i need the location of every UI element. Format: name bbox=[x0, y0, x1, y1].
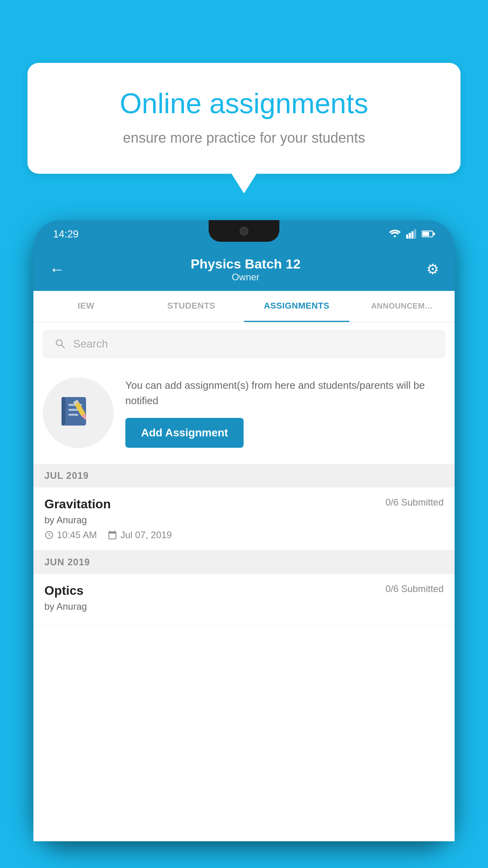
speech-bubble: Online assignments ensure more practice … bbox=[28, 63, 460, 174]
tab-students[interactable]: STUDENTS bbox=[139, 291, 244, 322]
svg-rect-0 bbox=[406, 234, 408, 239]
assignment-by: by Anurag bbox=[44, 515, 444, 526]
bubble-subtitle: ensure more practice for your students bbox=[59, 130, 429, 146]
empty-icon-circle bbox=[43, 377, 114, 448]
search-placeholder: Search bbox=[73, 338, 108, 350]
tab-assignments[interactable]: ASSIGNMENTS bbox=[244, 291, 349, 322]
signal-icon bbox=[406, 229, 417, 239]
svg-rect-3 bbox=[414, 229, 416, 239]
search-bar[interactable]: Search bbox=[43, 330, 445, 358]
assignment-submitted: 0/6 Submitted bbox=[385, 497, 444, 508]
section-header-jun: JUN 2019 bbox=[33, 550, 455, 574]
assignment-header: Gravitation 0/6 Submitted bbox=[44, 497, 444, 511]
svg-rect-2 bbox=[411, 231, 413, 239]
back-button[interactable]: ← bbox=[49, 261, 65, 278]
assignment-item-optics[interactable]: Optics 0/6 Submitted by Anurag bbox=[33, 574, 455, 626]
wifi-icon bbox=[389, 229, 401, 239]
phone-container: 14:29 bbox=[33, 220, 455, 868]
phone-frame: 14:29 bbox=[33, 220, 455, 841]
notebook-icon bbox=[59, 393, 98, 432]
assignment-time: 10:45 AM bbox=[57, 530, 97, 541]
screen-content: Search bbox=[33, 322, 455, 841]
assignment-by-optics: by Anurag bbox=[44, 601, 444, 612]
svg-rect-11 bbox=[68, 414, 78, 416]
search-bar-container: Search bbox=[33, 322, 455, 366]
assignment-item-gravitation[interactable]: Gravitation 0/6 Submitted by Anurag 10:4… bbox=[33, 487, 455, 550]
assignment-date: Jul 07, 2019 bbox=[120, 530, 172, 541]
svg-rect-1 bbox=[409, 233, 411, 239]
calendar-icon bbox=[108, 530, 117, 540]
bubble-title: Online assignments bbox=[59, 86, 429, 120]
phone-notch bbox=[209, 220, 279, 242]
search-icon bbox=[54, 338, 67, 350]
status-icons bbox=[389, 229, 435, 239]
assignment-name: Gravitation bbox=[44, 497, 111, 511]
settings-button[interactable]: ⚙ bbox=[426, 261, 439, 278]
assignment-meta: 10:45 AM Jul 07, 2019 bbox=[44, 530, 444, 541]
empty-state: You can add assignment(s) from here and … bbox=[33, 366, 455, 464]
section-header-jul: JUL 2019 bbox=[33, 464, 455, 487]
svg-rect-6 bbox=[433, 233, 435, 235]
svg-rect-5 bbox=[422, 232, 429, 236]
meta-date: Jul 07, 2019 bbox=[108, 530, 172, 541]
assignment-header-optics: Optics 0/6 Submitted bbox=[44, 583, 444, 598]
clock-icon bbox=[44, 530, 54, 540]
app-bar-title: Physics Batch 12 bbox=[65, 256, 426, 272]
empty-state-desc: You can add assignment(s) from here and … bbox=[125, 378, 445, 408]
app-bar-title-area: Physics Batch 12 Owner bbox=[65, 256, 426, 283]
status-bar: 14:29 bbox=[33, 220, 455, 248]
add-assignment-button[interactable]: Add Assignment bbox=[125, 418, 244, 448]
app-bar: ← Physics Batch 12 Owner ⚙ bbox=[33, 248, 455, 291]
meta-time: 10:45 AM bbox=[44, 530, 97, 541]
tab-iew[interactable]: IEW bbox=[33, 291, 139, 322]
svg-rect-8 bbox=[62, 397, 66, 426]
phone-camera bbox=[240, 227, 248, 235]
tab-announcements[interactable]: ANNOUNCEM… bbox=[349, 291, 455, 322]
battery-icon bbox=[422, 230, 435, 238]
assignment-submitted-optics: 0/6 Submitted bbox=[385, 583, 444, 594]
app-bar-subtitle: Owner bbox=[65, 272, 426, 283]
assignment-name-optics: Optics bbox=[44, 583, 84, 598]
status-time: 14:29 bbox=[53, 228, 79, 240]
empty-state-text: You can add assignment(s) from here and … bbox=[125, 378, 445, 448]
speech-bubble-container: Online assignments ensure more practice … bbox=[28, 63, 460, 174]
tabs-bar: IEW STUDENTS ASSIGNMENTS ANNOUNCEM… bbox=[33, 291, 455, 322]
